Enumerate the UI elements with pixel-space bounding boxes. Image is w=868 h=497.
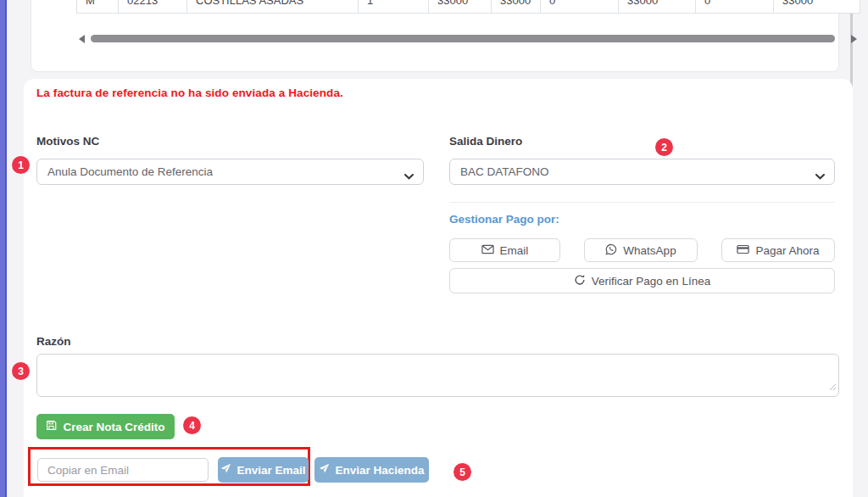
section-divider — [449, 202, 835, 203]
refresh-icon — [574, 274, 586, 288]
resize-handle-icon[interactable] — [829, 379, 837, 394]
cell-codigo: 02213 — [119, 0, 187, 14]
horizontal-scrollbar[interactable] — [76, 33, 860, 45]
verificar-pago-button-label: Verificar Pago en Línea — [592, 275, 710, 288]
cell-tipo: M — [77, 0, 119, 14]
chevron-down-icon — [404, 170, 414, 182]
motivos-nc-selected-value: Anula Documento de Referencia — [47, 165, 213, 178]
cell-subtotal: 33000 — [492, 0, 541, 14]
send-icon — [319, 463, 330, 477]
whatsapp-button-label: WhatsApp — [623, 244, 676, 257]
save-icon — [46, 420, 57, 433]
scrollbar-thumb[interactable] — [91, 35, 835, 42]
whatsapp-icon — [605, 243, 617, 258]
razon-textarea[interactable] — [36, 354, 839, 397]
enviar-email-button[interactable]: Enviar Email — [218, 457, 309, 483]
salida-dinero-select[interactable]: BAC DATAFONO — [449, 159, 835, 185]
email-button-label: Email — [500, 244, 529, 257]
credit-note-screen: M 02213 COSTILLAS ASADAS 1 33000 33000 0… — [0, 0, 868, 497]
chevron-down-icon — [815, 170, 825, 182]
step-badge-2: 2 — [655, 138, 673, 156]
cell-total: 33000 — [774, 0, 860, 14]
line-items-card: M 02213 COSTILLAS ASADAS 1 33000 33000 0… — [31, 0, 839, 72]
salida-dinero-label: Salida Dinero — [449, 135, 522, 148]
crear-nota-credito-button[interactable]: Crear Nota Crédito — [36, 414, 175, 439]
step-badge-1: 1 — [12, 156, 30, 174]
step-badge-4: 4 — [183, 416, 201, 434]
motivos-nc-select[interactable]: Anula Documento de Referencia — [36, 159, 424, 185]
credit-card-icon — [737, 244, 749, 257]
step-badge-3: 3 — [12, 362, 30, 380]
cell-precio: 33000 — [429, 0, 492, 14]
gestionar-pago-title: Gestionar Pago por: — [449, 213, 559, 226]
enviar-hacienda-label: Enviar Hacienda — [335, 464, 424, 477]
envelope-icon — [481, 244, 494, 257]
verificar-pago-button[interactable]: Verificar Pago en Línea — [449, 268, 835, 293]
razon-label: Razón — [36, 335, 71, 348]
salida-dinero-selected-value: BAC DATAFONO — [460, 165, 549, 178]
cell-neto: 33000 — [619, 0, 696, 14]
motivos-nc-label: Motivos NC — [36, 135, 99, 148]
cell-cantidad: 1 — [359, 0, 429, 14]
hacienda-warning-text: La factura de referencia no ha sido envi… — [36, 87, 343, 99]
email-button[interactable]: Email — [449, 238, 560, 262]
step-badge-5: 5 — [453, 463, 471, 481]
scroll-left-icon[interactable] — [79, 35, 85, 43]
crear-nota-credito-label: Crear Nota Crédito — [63, 421, 164, 433]
copiar-email-input[interactable] — [37, 458, 209, 482]
enviar-email-label: Enviar Email — [236, 464, 305, 477]
cell-impuesto: 0 — [696, 0, 774, 14]
whatsapp-button[interactable]: WhatsApp — [584, 238, 698, 262]
table-row: M 02213 COSTILLAS ASADAS 1 33000 33000 0… — [76, 0, 860, 14]
cell-descripcion: COSTILLAS ASADAS — [187, 0, 359, 14]
cell-descuento: 0 — [541, 0, 619, 14]
pagar-ahora-button[interactable]: Pagar Ahora — [721, 238, 835, 262]
enviar-hacienda-button[interactable]: Enviar Hacienda — [314, 457, 429, 483]
sidebar-edge — [0, 0, 7, 497]
send-icon — [220, 463, 231, 477]
scroll-right-icon[interactable] — [851, 35, 857, 43]
pagar-ahora-button-label: Pagar Ahora — [755, 244, 819, 257]
